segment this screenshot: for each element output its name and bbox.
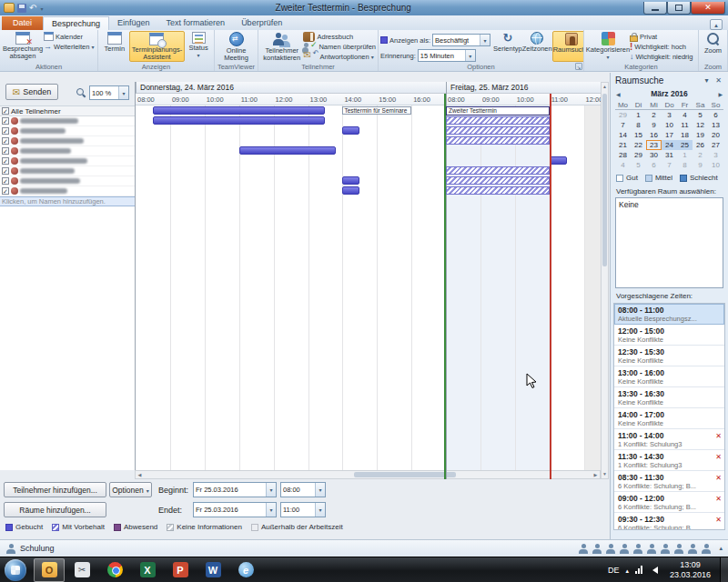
meeting-end-line[interactable]	[550, 94, 551, 479]
attendee-row[interactable]	[0, 146, 135, 156]
room-finder-close-icon[interactable]: ✕	[713, 76, 724, 85]
attendee-checkbox[interactable]	[2, 147, 9, 155]
calendar-day-22[interactable]: 22	[631, 140, 646, 150]
grid-vertical-scrollbar[interactable]: ▲ ▼	[601, 82, 609, 479]
terminplanungs-assistent-button[interactable]: Terminplanungs-Assistent	[129, 31, 186, 62]
calendar-day-8[interactable]: 8	[677, 160, 693, 170]
calendar-day-16[interactable]: 16	[646, 130, 662, 140]
taskbar-internet-explorer[interactable]: e	[230, 558, 261, 582]
start-button[interactable]	[5, 559, 26, 581]
serientyp-button[interactable]: Serientyp	[493, 31, 522, 62]
privat-button[interactable]: Privat	[630, 32, 693, 41]
taskbar-chrome[interactable]	[99, 558, 130, 582]
suggested-time[interactable]: 13:30 - 16:30Keine Konflikte	[614, 387, 724, 408]
calendar-day-13[interactable]: 13	[708, 120, 723, 130]
calendar-day-4[interactable]: 4	[615, 160, 631, 170]
calendar-day-23[interactable]: 23	[646, 140, 662, 150]
taskbar-clock[interactable]: 13:09 23.03.2016	[664, 560, 716, 580]
scrollbar-thumb[interactable]	[354, 472, 456, 477]
calendar-day-29[interactable]: 29	[631, 150, 646, 160]
calendar-day-29[interactable]: 29	[615, 110, 631, 120]
zoom-button[interactable]: Zoom	[701, 31, 725, 62]
add-attendees-button[interactable]: Teilnehmer hinzufügen...	[4, 482, 106, 497]
person-icon[interactable]	[660, 543, 671, 555]
calendar-day-10[interactable]: 10	[662, 120, 677, 130]
network-icon[interactable]	[635, 566, 642, 574]
titlebar[interactable]: Zweiter Testtermin - Besprechung	[0, 0, 728, 15]
send-button[interactable]: Senden	[5, 84, 58, 100]
calendar-day-9[interactable]: 9	[693, 160, 708, 170]
attendee-checkbox[interactable]	[2, 167, 9, 175]
end-time-picker[interactable]: 11:00	[280, 502, 326, 517]
room-finder-menu-icon[interactable]: ▾	[701, 76, 713, 85]
antwortoptionen-button[interactable]: Antwortoptionen	[303, 52, 376, 61]
wichtigkeit-niedrig-button[interactable]: Wichtigkeit: niedrig	[630, 52, 693, 61]
attendee-row[interactable]	[0, 126, 135, 136]
show-desktop-button[interactable]	[720, 557, 728, 582]
calendar-day-9[interactable]: 9	[646, 120, 662, 130]
tab-datei[interactable]: Datei	[2, 16, 43, 30]
grid-horizontal-scrollbar[interactable]: ◀ ▶	[135, 470, 601, 479]
calendar-day-4[interactable]: 4	[677, 110, 693, 120]
attendee-list[interactable]: Alle TeilnehmerKlicken, um Namen hinzuzu…	[0, 105, 135, 470]
attendee-checkbox[interactable]	[2, 177, 9, 185]
scroll-down-icon[interactable]: ▼	[602, 470, 608, 478]
calendar-day-31[interactable]: 31	[662, 150, 677, 160]
calendar-day-7[interactable]: 7	[615, 120, 631, 130]
show-as-select[interactable]: Beschäftigt	[432, 34, 490, 46]
event-bar[interactable]: Testtermin für Seminare	[342, 106, 411, 115]
termin-button[interactable]: Termin	[100, 31, 129, 62]
suggested-time[interactable]: 08:00 - 11:00Aktuelle Besprechungsz...	[614, 304, 724, 325]
tab-ueberpruefen[interactable]: Überprüfen	[233, 16, 290, 30]
calendar-day-10[interactable]: 10	[708, 160, 723, 170]
person-icon[interactable]	[592, 543, 602, 555]
calendar-day-26[interactable]: 26	[693, 140, 708, 150]
weiterleiten-button[interactable]: Weiterleiten	[44, 42, 94, 51]
person-icon[interactable]	[701, 543, 712, 555]
calendar-next-icon[interactable]: ▶	[713, 91, 723, 97]
people-pane[interactable]: Schulung ▴	[0, 539, 728, 557]
attendee-checkbox[interactable]	[2, 157, 9, 165]
save-icon[interactable]	[17, 4, 26, 13]
calendar-day-12[interactable]: 12	[693, 120, 708, 130]
kalender-button[interactable]: Kalender	[44, 32, 94, 41]
undo-icon[interactable]	[29, 3, 36, 13]
add-attendee-row[interactable]: Klicken, um Namen hinzuzufügen.	[0, 196, 135, 206]
scroll-left-icon[interactable]: ◀	[136, 471, 144, 478]
attendee-row[interactable]	[0, 176, 135, 186]
close-button[interactable]	[691, 2, 725, 15]
options-button[interactable]: Optionen	[109, 482, 152, 497]
calendar-day-14[interactable]: 14	[615, 130, 631, 140]
select-all-checkbox[interactable]	[2, 107, 9, 115]
attendee-checkbox[interactable]	[2, 127, 9, 135]
person-icon[interactable]	[673, 543, 684, 555]
language-indicator[interactable]: DE	[608, 566, 620, 575]
tab-besprechung[interactable]: Besprechung	[43, 16, 109, 30]
suggested-time[interactable]: 08:30 - 11:306 Konflikte: Schulung; B...	[614, 471, 724, 492]
begin-time-picker[interactable]: 08:00	[280, 482, 326, 497]
calendar-day-18[interactable]: 18	[677, 130, 693, 140]
calendar-day-3[interactable]: 3	[662, 110, 677, 120]
kategorisieren-button[interactable]: Kategorisieren	[586, 31, 630, 62]
begin-date-picker[interactable]: Fr 25.03.2016	[193, 482, 277, 497]
calendar-day-17[interactable]: 17	[662, 130, 677, 140]
online-meeting-button[interactable]: Online Meeting	[217, 31, 256, 62]
person-icon[interactable]	[578, 543, 589, 555]
calendar-day-6[interactable]: 6	[646, 160, 662, 170]
status-button[interactable]: Status	[185, 31, 212, 62]
end-date-picker[interactable]: Fr 25.03.2016	[193, 502, 277, 517]
person-icon[interactable]	[605, 543, 616, 555]
grid-zoom-select[interactable]: 100 %	[89, 85, 129, 100]
suggested-time[interactable]: 12:30 - 15:30Keine Konflikte	[614, 346, 724, 366]
attendee-row[interactable]	[0, 116, 135, 126]
suggested-time[interactable]: 11:00 - 14:001 Konflikt: Schulung3	[614, 429, 724, 450]
person-icon[interactable]	[646, 543, 657, 555]
minimize-button[interactable]	[643, 2, 667, 15]
calendar-day-11[interactable]: 11	[677, 120, 693, 130]
meeting-start-line[interactable]	[444, 94, 446, 479]
calendar-day-8[interactable]: 8	[631, 120, 646, 130]
calendar-day-2[interactable]: 2	[646, 110, 662, 120]
calendar-day-7[interactable]: 7	[662, 160, 677, 170]
zeitzonen-button[interactable]: Zeitzonen	[522, 31, 552, 62]
all-attendees-row[interactable]: Alle Teilnehmer	[0, 106, 135, 116]
